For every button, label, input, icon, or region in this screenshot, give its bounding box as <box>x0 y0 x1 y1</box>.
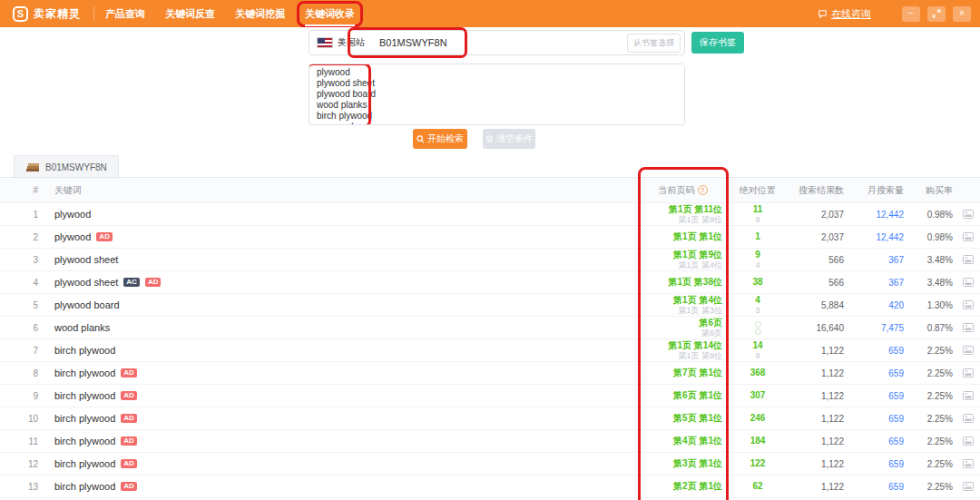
current-page-cell: 第1页 第11位 第1页 第9位 <box>640 204 726 225</box>
absolute-position-primary: 246 <box>726 413 789 424</box>
nav-item-1[interactable]: 产品查询 <box>105 5 145 23</box>
snapshot-cell <box>956 251 980 268</box>
asin-input[interactable]: B01MSWYF8N <box>379 37 447 48</box>
col-search-results: 搜索结果数 <box>789 184 844 197</box>
save-bookmark-button[interactable]: 保存书签 <box>691 32 744 54</box>
page-snapshot-icon[interactable] <box>963 456 974 472</box>
sellersprite-logo-icon: S <box>13 6 28 22</box>
monthly-searches-link[interactable]: 12,442 <box>876 232 904 242</box>
table-row[interactable]: 12 birch plywood AD 第3页 第1位 122 1,122 65… <box>0 453 980 475</box>
clear-conditions-button[interactable]: 清空条件 <box>483 129 535 149</box>
table-row[interactable]: 2 plywood AD 第1页 第1位 1 2,037 12,442 0.98… <box>0 226 980 249</box>
search-results-cell: 2,037 <box>789 232 844 242</box>
table-row[interactable]: 8 birch plywood AD 第7页 第1位 368 1,122 659… <box>0 362 980 385</box>
table-row[interactable]: 1 plywood 第1页 第11位 第1页 第9位 11 9 2,037 12… <box>0 203 980 226</box>
table-row[interactable]: 5 plywood board 第1页 第4位 第1页 第3位 4 3 5,88… <box>0 294 980 317</box>
page-snapshot-icon[interactable] <box>963 433 974 449</box>
page-snapshot-icon[interactable] <box>963 229 974 245</box>
snapshot-cell <box>956 342 980 358</box>
minimize-button[interactable]: − <box>902 6 920 22</box>
ad-badge: AD <box>121 391 137 400</box>
page-snapshot-icon[interactable] <box>963 365 974 381</box>
monthly-searches-link[interactable]: 12,442 <box>876 210 904 220</box>
purchase-rate-cell: 2.25% <box>907 391 956 401</box>
asin-search-bar[interactable]: 美国站 B01MSWYF8N 从书签选择 <box>309 30 685 55</box>
page-snapshot-icon[interactable] <box>963 274 974 290</box>
snapshot-cell <box>956 297 980 313</box>
page-snapshot-icon[interactable] <box>963 387 974 404</box>
table-row[interactable]: 6 wood planks 第6页 第6页 16,640 7,475 0.87% <box>0 317 980 339</box>
page-snapshot-icon[interactable] <box>963 410 974 426</box>
table-row[interactable]: 10 birch plywood AD 第5页 第1位 246 1,122 65… <box>0 407 980 430</box>
absolute-position-primary: 14 <box>726 340 789 351</box>
from-bookmark-button[interactable]: 从书签选择 <box>627 34 681 53</box>
keyword-cell: plywood sheet <box>45 254 640 265</box>
absolute-position-cell: 4 3 <box>726 295 789 316</box>
table-row[interactable]: 13 birch plywood AD 第2页 第1位 62 1,122 659… <box>0 475 980 498</box>
row-index: 6 <box>0 323 45 333</box>
purchase-rate-cell: 1.30% <box>907 300 956 310</box>
monthly-searches-link[interactable]: 7,475 <box>881 323 904 333</box>
site-select[interactable]: 美国站 <box>338 36 365 49</box>
keyword-text: plywood board <box>54 299 120 310</box>
absolute-position-cell: 14 9 <box>726 340 789 361</box>
monthly-searches-link[interactable]: 367 <box>888 278 904 288</box>
current-page-primary: 第1页 第9位 <box>640 250 722 260</box>
monthly-searches-link[interactable]: 420 <box>888 300 904 310</box>
monthly-searches-link[interactable]: 367 <box>888 255 904 265</box>
table-row[interactable]: 7 birch plywood 第1页 第14位 第1页 第9位 14 9 1,… <box>0 339 980 362</box>
page-snapshot-icon[interactable] <box>963 478 974 495</box>
nav-item-3[interactable]: 关键词挖掘 <box>235 5 285 23</box>
search-results-cell: 566 <box>789 278 844 288</box>
keyword-text: plywood <box>54 231 91 242</box>
monthly-searches-cell: 659 <box>844 346 907 356</box>
absolute-position-primary: 1 <box>726 231 789 242</box>
monthly-searches-link[interactable]: 659 <box>888 368 904 378</box>
monthly-searches-link[interactable]: 659 <box>888 414 904 424</box>
online-service-link[interactable]: 在线咨询 <box>818 7 871 21</box>
nav-item-4[interactable]: 关键词收录 <box>305 5 355 23</box>
page-snapshot-icon[interactable] <box>963 251 974 268</box>
current-page-cell: 第1页 第1位 <box>640 231 726 242</box>
absolute-position-cell: 38 <box>726 277 789 288</box>
keyword-text: birch plywood <box>54 390 115 401</box>
start-search-button[interactable]: 开始检索 <box>413 129 467 149</box>
current-page-cell: 第4页 第1位 <box>640 436 726 446</box>
table-row[interactable]: 9 birch plywood AD 第6页 第1位 307 1,122 659… <box>0 385 980 407</box>
restore-button[interactable] <box>927 6 946 22</box>
absolute-position-cell: 9 4 <box>726 250 789 270</box>
snapshot-cell <box>956 365 980 381</box>
monthly-searches-link[interactable]: 659 <box>888 391 904 401</box>
keywords-textarea[interactable]: plywood plywood sheet plywood board wood… <box>309 64 684 124</box>
row-index: 12 <box>0 459 45 469</box>
monthly-searches-link[interactable]: 659 <box>888 459 904 469</box>
keyword-text: plywood sheet <box>54 254 118 265</box>
absolute-position-cell: 122 <box>726 458 789 469</box>
page-snapshot-icon[interactable] <box>963 342 974 358</box>
nav-item-2[interactable]: 关键词反查 <box>165 5 215 23</box>
brand[interactable]: S 卖家精灵 <box>0 0 93 27</box>
table-row[interactable]: 4 plywood sheet ACAD 第1页 第38位 38 566 367… <box>0 271 980 294</box>
monthly-searches-cell: 659 <box>844 482 907 492</box>
page-snapshot-icon[interactable] <box>963 206 974 222</box>
table-row[interactable]: 3 plywood sheet 第1页 第9位 第1页 第4位 9 4 566 … <box>0 249 980 271</box>
page-snapshot-icon[interactable] <box>963 319 974 336</box>
help-icon[interactable]: ? <box>698 185 708 195</box>
close-button[interactable]: × <box>953 6 971 22</box>
col-current-page: 当前页码 ? <box>640 184 726 197</box>
table-header-row: # 关键词 当前页码 ? 绝对位置 搜索结果数 月搜索量 购买率 <box>0 178 980 203</box>
ad-badge: AD <box>121 459 137 468</box>
row-index: 5 <box>0 300 45 310</box>
keyword-cell: birch plywood AD <box>45 413 640 424</box>
result-tab-label: B01MSWYF8N <box>45 162 107 172</box>
page-snapshot-icon[interactable] <box>963 297 974 313</box>
monthly-searches-link[interactable]: 659 <box>888 346 904 356</box>
monthly-searches-link[interactable]: 659 <box>888 482 904 492</box>
keyword-text: wood planks <box>54 322 110 333</box>
snapshot-cell <box>956 387 980 404</box>
monthly-searches-link[interactable]: 659 <box>888 436 904 446</box>
page: S 卖家精灵 产品查询关键词反查关键词挖掘关键词收录 在线咨询 − × 美国站 … <box>0 0 980 500</box>
table-row[interactable]: 11 birch plywood AD 第4页 第1位 184 1,122 65… <box>0 430 980 453</box>
absolute-position-primary: 184 <box>726 436 789 446</box>
result-tab[interactable]: B01MSWYF8N <box>14 155 119 178</box>
